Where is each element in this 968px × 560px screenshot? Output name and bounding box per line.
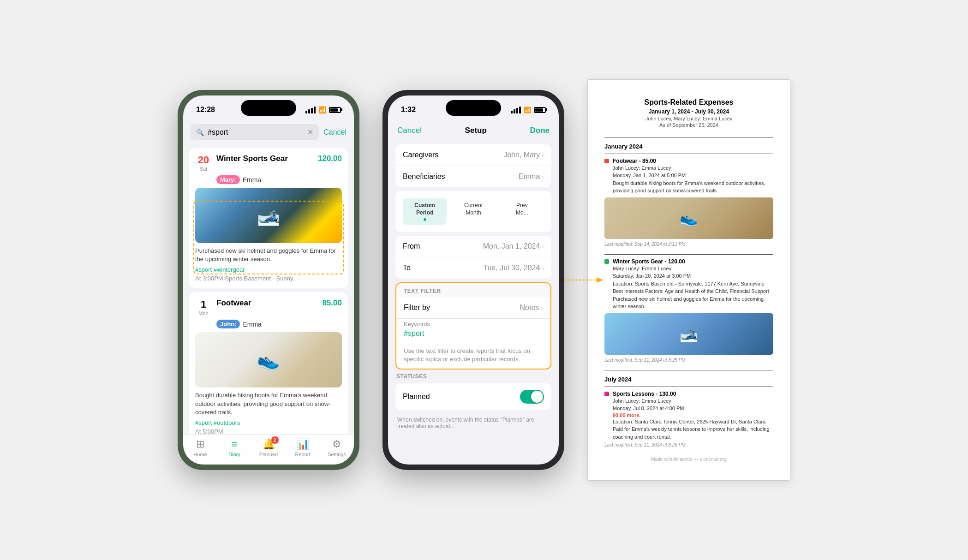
toggle-knob [531, 391, 543, 403]
diary-entry-2[interactable]: 1 Mon Footwear 85.00 John: Emma 👟 [189, 292, 348, 439]
doc-footwear-desc: Bought durable hiking boots for Emma's w… [613, 179, 773, 195]
nav-done-btn[interactable]: Done [530, 126, 550, 135]
signal-bars-2 [511, 107, 521, 113]
dynamic-island-1 [241, 100, 296, 116]
entry-amount-2: 85.00 [322, 298, 342, 308]
from-row[interactable]: From Mon, Jan 1, 2024 › [395, 236, 551, 257]
tab-planned[interactable]: 🔔 2 Planned [255, 438, 282, 457]
wifi-icon-1: 📶 [318, 106, 326, 113]
diary-scroll[interactable]: 20 Sat Winter Sports Gear 120.00 Mary: E… [183, 144, 354, 439]
battery-2 [534, 107, 546, 113]
chevron-icon-2: › [542, 173, 544, 180]
tab-diary[interactable]: ≡ Diary [221, 438, 248, 457]
status-icons-2: 📶 [511, 107, 546, 113]
beneficiaries-row[interactable]: Beneficiaries Emma › [395, 166, 551, 187]
statuses-section: Planned [395, 383, 551, 410]
doc-divider-2 [604, 154, 773, 154]
entry-time-1: At 3:00PM Sports Basement - Sunny... [195, 275, 342, 282]
filter-by-row[interactable]: Filter by Notes › [396, 297, 550, 319]
planned-hint: When switched on, events with the status… [388, 414, 559, 432]
tab-report[interactable]: 📊 Report [289, 438, 317, 457]
doc-ski-desc: Purchased new ski helmet and goggles for… [613, 295, 773, 310]
text-filter-section: TEXT FILTER Filter by Notes › Keywords #… [395, 282, 551, 369]
entry-tags-1: #sport #wintergear [195, 266, 342, 273]
phone1-screen: 12:28 📶 [183, 95, 354, 465]
doc-entry-lessons: Sports Lessons - 130.00 John Lucey: Emma… [604, 391, 773, 448]
signal-bars-1 [305, 107, 316, 113]
connector-arrow [564, 271, 606, 289]
entry-amount-1: 120.00 [318, 154, 342, 163]
person-name-1: Emma [243, 176, 261, 184]
filter-by-value: Notes › [520, 304, 543, 312]
period-tab-prev[interactable]: PrevMo... [500, 198, 544, 225]
period-tab-current[interactable]: CurrentMonth [451, 198, 495, 225]
period-tab-custom[interactable]: CustomPeriod [403, 198, 447, 225]
text-filter-header: TEXT FILTER [396, 283, 550, 297]
doc-ski-date: Saturday, Jan 20, 2024 at 3:00 PM [613, 272, 773, 280]
time-2: 1:32 [401, 106, 416, 114]
doc-footwear-date: Monday, Jan 1, 2024 at 5:00 PM [613, 172, 773, 179]
doc-lessons-location: Location: Santa Clara Tennis Center, 262… [613, 418, 773, 426]
doc-divider-1 [604, 137, 773, 137]
doc-entry-footwear: Footwear - 85.00 John Lucey: Emma Lucey … [604, 158, 773, 247]
diary-icon: ≡ [232, 438, 238, 450]
to-row[interactable]: To Tue, Jul 30, 2024 › [395, 257, 551, 279]
entry-image-1: 🎿 [195, 188, 342, 243]
keyword-value[interactable]: #sport [404, 329, 543, 338]
boot-img-doc: 👟 [604, 197, 773, 239]
doc-title: Sports-Related Expenses [604, 98, 773, 107]
entry-people-1: Mary: Emma [195, 175, 342, 184]
clear-button[interactable]: ✕ [307, 128, 313, 137]
entry-title-1: Winter Sports Gear [212, 154, 318, 163]
tab-diary-label: Diary [228, 452, 240, 457]
entry-people-2: John: Emma [195, 320, 342, 328]
date-day-2: Mon [198, 310, 208, 316]
search-input-wrap[interactable]: 🔍 #sport ✕ [191, 124, 319, 140]
diary-entry-1[interactable]: 20 Sat Winter Sports Gear 120.00 Mary: E… [189, 148, 348, 288]
doc-ski-people: Mary Lucey: Emma Lucey [613, 265, 773, 273]
doc-people: John Lucey, Mary Lucey: Emma Lucey [604, 116, 773, 121]
search-cancel-button[interactable]: Cancel [323, 128, 347, 137]
dynamic-island-2 [446, 100, 501, 116]
setup-scroll[interactable]: Caregivers John, Mary › Beneficiaries Em… [388, 141, 559, 465]
phone2-screen: 1:32 📶 [388, 95, 559, 465]
doc-entry-ski: Winter Sports Gear - 120.00 Mary Lucey: … [604, 258, 773, 363]
nav-title: Setup [465, 126, 487, 135]
tab-home-label: Home [193, 452, 207, 457]
keywords-section: Keywords #sport [396, 319, 550, 342]
date-range-section: From Mon, Jan 1, 2024 › To Tue, Jul 30, … [395, 236, 551, 279]
doc-lessons-title: Sports Lessons - 130.00 [613, 391, 773, 397]
date-num-1: 20 [198, 154, 209, 166]
boot-image: 👟 [195, 332, 342, 387]
setup-nav: Cancel Setup Done [388, 120, 559, 141]
caregivers-value: John, Mary › [503, 151, 544, 159]
nav-cancel-btn[interactable]: Cancel [397, 126, 422, 135]
planned-toggle[interactable] [520, 390, 544, 404]
doc-divider-5 [604, 387, 773, 387]
tab-planned-label: Planned [259, 452, 278, 457]
doc-footwear-people: John Lucey: Emma Lucey [613, 164, 773, 172]
doc-lessons-extra: 90.00 more. [613, 412, 773, 418]
caregivers-row[interactable]: Caregivers John, Mary › [395, 144, 551, 166]
person-tag-mary: Mary: [216, 175, 240, 184]
caregivers-label: Caregivers [403, 151, 438, 159]
time-1: 12:28 [196, 106, 215, 114]
entry-image-2: 👟 [195, 332, 342, 387]
filter-hint: Use the text filter to create reports th… [396, 342, 550, 368]
beneficiaries-label: Beneficiaries [403, 173, 445, 181]
statuses-header: STATUSES [395, 373, 551, 380]
tab-home[interactable]: ⊞ Home [186, 438, 214, 457]
doc-footwear-modified: Last modified: Sep 14, 2024 at 2:11 PM [604, 242, 773, 247]
doc-section-jan: January 2024 [604, 143, 773, 150]
doc-footer: Made with Alimentor — alimentor.org [604, 457, 773, 462]
doc-lessons-date: Monday, Jul 8, 2024 at 4:00 PM [613, 405, 773, 412]
doc-footwear-title: Footwear - 85.00 [613, 158, 773, 164]
filter-by-label: Filter by [404, 304, 430, 312]
doc-period: January 1, 2024 - July 30, 2024 [604, 108, 773, 115]
entry-desc-2: Bought durable hiking boots for Emma's w… [195, 391, 342, 417]
wifi-icon-2: 📶 [524, 107, 531, 113]
tab-report-label: Report [295, 452, 310, 457]
person-tag-john: John: [216, 320, 240, 328]
tab-settings[interactable]: ⚙ Settings [323, 438, 351, 457]
battery-1 [329, 107, 341, 113]
